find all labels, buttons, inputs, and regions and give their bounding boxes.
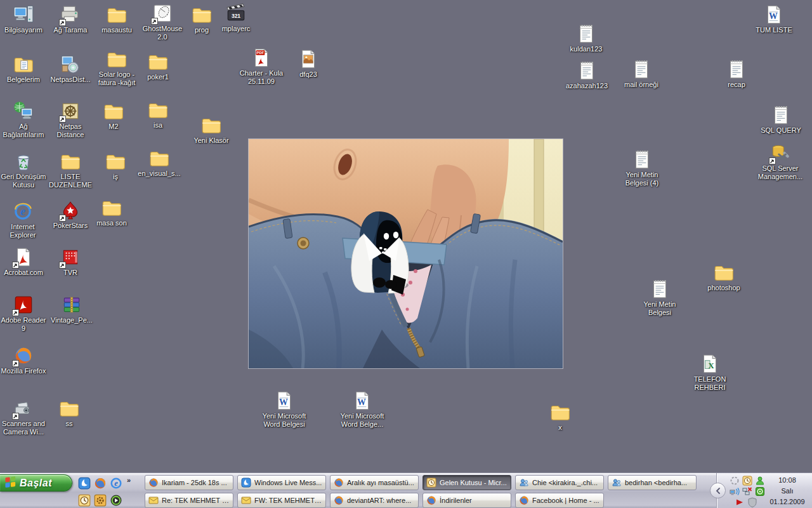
desktop-icon-isa[interactable]: isa bbox=[134, 99, 182, 130]
taskbar-button-i-ndirilenler[interactable]: İndirilenler bbox=[422, 493, 511, 508]
desktop-icon-label: Vintage_Pe... bbox=[48, 316, 96, 324]
quick-launch-overflow-chevron[interactable]: » bbox=[127, 476, 131, 484]
envelope-icon bbox=[241, 495, 251, 505]
desktop-icon-ağ-tarama[interactable]: Ağ Tarama bbox=[46, 4, 95, 34]
tray-messenger-status-icon[interactable] bbox=[755, 476, 765, 486]
desktop-icon-charter-kula-25-11-09[interactable]: PDFCharter - Kula 25.11.09 bbox=[237, 47, 285, 86]
desktop-icon-acrobat-com[interactable]: Acrobat.com bbox=[0, 246, 48, 277]
desktop-icon-netpasdist[interactable]: NetpasDist... bbox=[46, 53, 95, 84]
desktop-icon-masaustu[interactable]: masaustu bbox=[93, 4, 141, 34]
desktop-icon-en-visual-s[interactable]: en_visual_s... bbox=[135, 147, 183, 178]
desktop-icon-label: Internet Explorer bbox=[0, 223, 47, 239]
tray-clock[interactable]: 10:08 Salı 01.12.2009 bbox=[764, 475, 810, 507]
clock-icon bbox=[426, 478, 436, 488]
tray-volume-icon[interactable] bbox=[755, 486, 765, 497]
quick-launch-media-player-icon[interactable] bbox=[110, 494, 122, 507]
folder-icon bbox=[106, 48, 128, 70]
pdf-icon: PDF bbox=[251, 47, 272, 69]
desktop-icon-label: Ağ Tarama bbox=[46, 26, 95, 34]
desktop-icon-belgelerim[interactable]: Belgelerim bbox=[0, 53, 48, 84]
installer-icon bbox=[60, 53, 81, 75]
taskbar-button-label: deviantART: where... bbox=[347, 497, 411, 504]
tray-player-red-icon[interactable] bbox=[735, 497, 745, 507]
desktop-icon-geri-dönüşüm-kutusu[interactable]: Geri Dönüşüm Kutusu bbox=[0, 150, 48, 189]
desktop-icon-mplayerc[interactable]: 321mplayerc bbox=[212, 3, 260, 33]
desktop-icon-yeni-klasör[interactable]: Yeni Klasör bbox=[187, 114, 235, 145]
quick-launch-gear-icon[interactable] bbox=[94, 494, 107, 507]
desktop-icon-tum-liste[interactable]: WTUM LISTE bbox=[750, 4, 798, 34]
taskbar-button-fw-tek-mehmet[interactable]: FW: TEK MEHMET - ... bbox=[237, 493, 326, 508]
desktop-icon-x[interactable]: x bbox=[536, 401, 584, 432]
tray-network-error-icon[interactable] bbox=[742, 486, 752, 497]
taskbar-button-deviantart-where[interactable]: deviantART: where... bbox=[330, 493, 419, 508]
recycle-icon bbox=[13, 150, 34, 172]
desktop-icon-telefon-rehberi[interactable]: XTELEFON REHBERI bbox=[686, 353, 734, 392]
taskbar-button-ikariam-25dk-18s[interactable]: Ikariam - 25dk 18s ... bbox=[145, 475, 233, 490]
desktop-icon-sql-server-managemen[interactable]: SQL Server Managemen... bbox=[756, 142, 804, 181]
desktop-icon-bilgisayarım[interactable]: Bilgisayarım bbox=[0, 4, 48, 34]
tray-icons-row2 bbox=[730, 486, 765, 497]
taskbar-button-aralık-ayı-masaüstü[interactable]: Aralık ayı masaüstü... bbox=[330, 475, 419, 490]
start-button[interactable]: Başlat bbox=[0, 474, 72, 491]
taskbar-button-gelen-kutusu-micr[interactable]: Gelen Kutusu - Micr... bbox=[422, 475, 511, 490]
desktop-icon-ağ-bağlantılarım[interactable]: Ağ Bağlantılarım bbox=[0, 100, 48, 139]
tray-shield-icon[interactable] bbox=[747, 497, 757, 507]
taskbar: Başlat e » Ikariam - 25dk 18s ...Windows… bbox=[0, 472, 812, 508]
desktop-icon-masa-son[interactable]: masa son bbox=[88, 197, 136, 227]
desktop-icon-yeni-metin-belgesi[interactable]: Yeni Metin Belgesi bbox=[636, 278, 684, 317]
quick-launch-messenger-icon[interactable] bbox=[78, 477, 91, 490]
folder-icon bbox=[105, 150, 126, 172]
desktop-icon-vintage-pe[interactable]: Vintage_Pe... bbox=[48, 294, 96, 324]
desktop-icon-sql-query[interactable]: SQL QUERY bbox=[757, 104, 805, 135]
desktop-icon-internet-explorer[interactable]: eInternet Explorer bbox=[0, 201, 47, 239]
desktop-icon-tvr[interactable]: TVR bbox=[46, 246, 95, 277]
taskbar-button-bedirhan-bedirha[interactable]: bedirhan <bedirha... bbox=[608, 475, 697, 490]
desktop-icon-scanners-and-camera-wi[interactable]: Scanners and Camera Wi... bbox=[0, 398, 48, 436]
desktop-icon-label: SQL QUERY bbox=[757, 126, 805, 135]
envelope-icon bbox=[148, 495, 159, 505]
folder-icon bbox=[200, 114, 222, 136]
taskbar-button-label: Aralık ayı masaüstü... bbox=[347, 479, 414, 486]
tray-network-signal-icon[interactable] bbox=[730, 486, 740, 497]
desktop-icon-yeni-microsoft-word-belgesi[interactable]: WYeni Microsoft Word Belgesi bbox=[260, 390, 308, 429]
shortcut-arrow-icon bbox=[59, 215, 66, 222]
quick-launch-ghostmouse-clock-icon[interactable] bbox=[78, 494, 91, 507]
desktop-icon-liste-duzenleme[interactable]: LISTE DUZENLEME bbox=[46, 150, 95, 189]
tray-icons-row3 bbox=[735, 497, 757, 507]
tray-clock-icon[interactable] bbox=[742, 476, 752, 486]
desktop-icon-photoshop[interactable]: photoshop bbox=[700, 262, 748, 292]
desktop-icon-label: azahazah123 bbox=[563, 82, 611, 90]
tray-sync-icon[interactable] bbox=[730, 476, 740, 486]
desktop-icon-recap[interactable]: recap bbox=[712, 58, 761, 89]
desktop-icon-mail-örneği[interactable]: mail örneği bbox=[617, 58, 665, 89]
tray-collapse-chevron-icon[interactable] bbox=[710, 483, 726, 498]
textfile-icon bbox=[726, 58, 747, 80]
desktop-icon-azahazah123[interactable]: azahazah123 bbox=[563, 60, 611, 90]
desktop-icon-yeni-microsoft-word-belge[interactable]: WYeni Microsoft Word Belge... bbox=[338, 390, 386, 429]
desktop-icon-m2[interactable]: M2 bbox=[89, 100, 138, 131]
desktop-icon-iş[interactable]: iş bbox=[91, 150, 140, 181]
desktop-icon-yeni-metin-belgesi-4[interactable]: Yeni Metin Belgesi (4) bbox=[618, 149, 666, 187]
shortcut-arrow-icon bbox=[12, 262, 19, 269]
desktop-icon-netpas-distance[interactable]: Netpas Distance bbox=[46, 100, 95, 139]
taskbar-button-label: Windows Live Mess... bbox=[254, 479, 322, 486]
quick-launch-firefox-icon[interactable] bbox=[94, 477, 107, 490]
taskbar-buttons-row2: Re: TEK MEHMET - ...FW: TEK MEHMET - ...… bbox=[145, 493, 604, 508]
desktop-icon-ss[interactable]: ss bbox=[45, 398, 93, 428]
taskbar-button-facebook-home[interactable]: Facebook | Home - ... bbox=[515, 493, 604, 508]
netpas-icon bbox=[60, 100, 81, 122]
desktop-icon-label: recap bbox=[712, 81, 761, 89]
quick-launch-internet-explorer-icon[interactable]: e bbox=[110, 477, 122, 490]
desktop-icon-mozilla-firefox[interactable]: Mozilla Firefox bbox=[0, 345, 48, 375]
desktop-icon-label: Yeni Microsoft Word Belge... bbox=[338, 412, 386, 429]
taskbar-button-windows-live-mess[interactable]: Windows Live Mess... bbox=[237, 475, 326, 490]
desktop-icon-poker1[interactable]: poker1 bbox=[134, 51, 182, 81]
desktop-icon-kuldan123[interactable]: kuldan123 bbox=[562, 23, 610, 53]
taskbar-button-chie-kirakira-chi[interactable]: Chie <kirakira._.chi... bbox=[515, 475, 604, 490]
desktop-icon-adobe-reader-9[interactable]: Adobe Reader 9 bbox=[0, 294, 48, 333]
desktop-icon-dfq23[interactable]: dfq23 bbox=[284, 48, 332, 79]
desktop: BilgisayarımAğ TaramamasaustuGhostMouse … bbox=[0, 0, 812, 472]
desktop-icon-label: Yeni Metin Belgesi (4) bbox=[618, 171, 666, 187]
taskbar-button-re-tek-mehmet[interactable]: Re: TEK MEHMET - ... bbox=[145, 493, 233, 508]
desktop-icon-label: M2 bbox=[89, 123, 138, 131]
